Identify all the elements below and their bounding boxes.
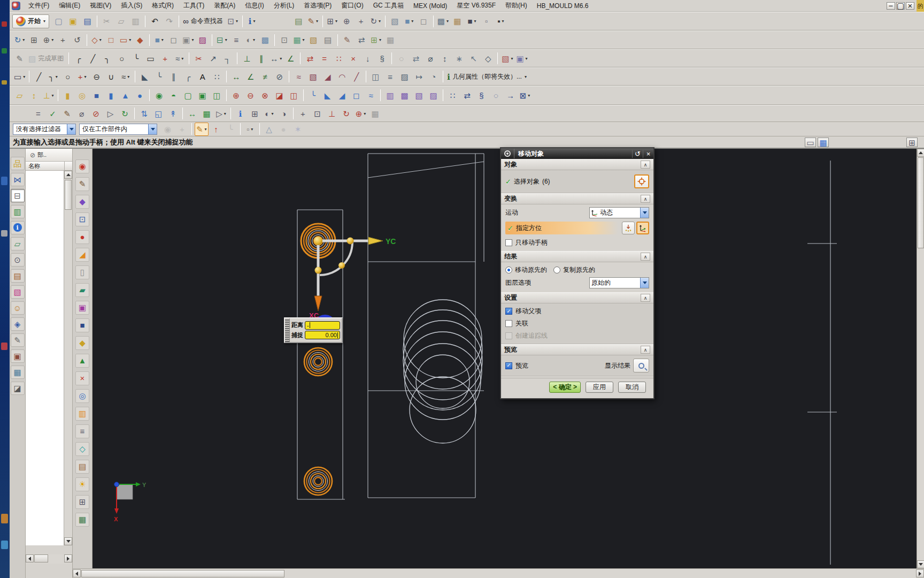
web-browser-tab[interactable]: ℹ	[11, 221, 25, 234]
dropdown-arrow-icon[interactable]	[640, 208, 649, 218]
origin-handle-ball[interactable]	[314, 237, 322, 245]
side-cone-button[interactable]: ▲	[75, 354, 89, 368]
part-navigator-vscrollbar[interactable]	[64, 171, 72, 545]
menu-file[interactable]: 文件(F)	[24, 0, 54, 11]
radius-check-button[interactable]: ◠	[335, 70, 349, 83]
front-view-button[interactable]: □	[104, 33, 118, 47]
constraints-button[interactable]: ⊥	[240, 52, 253, 65]
block-button[interactable]: ■	[90, 89, 103, 102]
layer-option-dropdown[interactable]: 原始的	[589, 277, 649, 288]
pad-button[interactable]: ▣	[196, 89, 209, 102]
snapshot-button[interactable]: ⊡	[278, 33, 291, 47]
thread-button[interactable]: ≈	[364, 89, 378, 102]
pan-view-button[interactable]: +	[56, 33, 70, 47]
close-button[interactable]: ×	[643, 150, 653, 158]
open-file-button[interactable]: ▣	[66, 14, 80, 28]
orange-coil-middle[interactable]	[304, 348, 332, 376]
move-face-button[interactable]: →	[504, 89, 517, 102]
show-constraints-button[interactable]: ∠	[284, 52, 297, 65]
zoom-button[interactable]: ⊕	[340, 14, 353, 28]
reattach-button[interactable]: ↖	[467, 52, 480, 65]
class-selection-button[interactable]: ⊞	[248, 107, 261, 120]
distance-meter-button[interactable]: ↦	[412, 70, 426, 83]
render-style-button[interactable]: ▩▾	[436, 14, 450, 28]
shell-button[interactable]: ◻	[350, 89, 363, 102]
side-close-button[interactable]: ×	[75, 371, 89, 385]
annotate-button[interactable]: ✎▾	[306, 14, 320, 28]
display-object-button[interactable]: ▧▾	[500, 52, 514, 65]
part-navigator-tab[interactable]: ⊟	[11, 189, 25, 202]
menu-assemblies[interactable]: 装配(A)	[209, 0, 240, 11]
save-button[interactable]: ▤	[81, 14, 94, 28]
top-view-button[interactable]: ▭▾	[119, 33, 132, 47]
draft-analysis-button[interactable]: ◢	[321, 70, 334, 83]
window-box-button[interactable]: ■▾	[465, 14, 479, 28]
patch-button[interactable]: ▧	[412, 89, 426, 102]
extract-body-button[interactable]: ◱	[152, 107, 165, 120]
view-restore-button[interactable]: ▭	[805, 138, 816, 147]
side-diamond-button[interactable]: ◇	[75, 442, 89, 456]
distance-input[interactable]: -	[305, 321, 340, 330]
perspective-toggle-button[interactable]: ▧	[307, 33, 320, 47]
close-button[interactable]: ×	[906, 2, 914, 10]
point-dialog-button[interactable]	[622, 222, 635, 234]
xc-handle-ball[interactable]	[315, 267, 322, 274]
face-curvature-button[interactable]: ▨	[398, 70, 411, 83]
column-splitter[interactable]	[65, 162, 72, 170]
alternate-solution-button[interactable]: ⇄	[409, 52, 422, 65]
menu-preferences[interactable]: 首选项(P)	[299, 0, 336, 11]
fit-view-button[interactable]: ⊞▾	[326, 14, 339, 28]
dropdown-arrow-icon[interactable]	[148, 124, 157, 134]
finish-sketch-button[interactable]: ▨完成草图	[27, 52, 66, 65]
dimensions-button[interactable]: ↔▾	[269, 52, 283, 65]
scroll-down-button[interactable]	[917, 560, 924, 568]
mirror-feature-button[interactable]: ⇄	[460, 89, 474, 102]
datum-axis-button[interactable]: ↕	[27, 89, 41, 102]
show-result-button[interactable]	[633, 359, 649, 372]
line-tool-button[interactable]: ╱	[32, 70, 45, 83]
auto-constrain-button[interactable]: ∥	[255, 52, 268, 65]
split-body-button[interactable]: ◫	[287, 89, 301, 102]
highlight-lines-button[interactable]: ≡	[383, 70, 397, 83]
menu-help[interactable]: 帮助(H)	[500, 0, 532, 11]
cylinder-button[interactable]: ▮	[104, 89, 118, 102]
snap-point-pair-button[interactable]: ◉	[161, 123, 174, 136]
side-cube-button[interactable]: ◆	[75, 195, 89, 209]
side-block-button[interactable]: ■	[75, 318, 89, 332]
selection-filter-dropdown[interactable]: 没有选择过滤器	[13, 124, 76, 135]
view-window-button[interactable]: ▦	[818, 138, 829, 147]
intersection-point-button[interactable]: ×	[346, 52, 360, 65]
background-button[interactable]: ▦	[451, 14, 464, 28]
pocket-button[interactable]: ▢	[181, 89, 195, 102]
mirror-curve-button[interactable]: ⇄	[303, 52, 317, 65]
shaded-button[interactable]: ■▾	[403, 14, 416, 28]
point-constructor-button[interactable]: ↑	[210, 123, 223, 136]
offset-curve-button[interactable]: =	[318, 52, 331, 65]
yc-handle-ball[interactable]	[347, 238, 354, 245]
studio-view-button[interactable]: ▣▾	[181, 33, 195, 47]
new-layer-button[interactable]: ⊞▾	[369, 33, 383, 47]
edit-feature-button[interactable]: ✎	[60, 107, 74, 120]
restore-button[interactable]: ▢	[896, 2, 905, 10]
side-layers-button[interactable]: ▦	[75, 513, 89, 527]
inferred-dimension-button[interactable]: ⌀	[424, 52, 437, 65]
command-finder-button[interactable]: ∞命令查找器	[182, 14, 225, 28]
information-button[interactable]: ℹ▾	[245, 14, 259, 28]
system-materials-tab[interactable]: ◈	[11, 317, 25, 331]
geometric-properties-expiring-button[interactable]: ℹ几何属性（即将失效）...▾	[446, 70, 528, 83]
pan-button[interactable]: +	[355, 14, 368, 28]
reflect-analysis-button[interactable]: ▧	[306, 70, 320, 83]
rotate-button[interactable]: ↻▾	[369, 14, 382, 28]
copy-button[interactable]: ▱	[114, 14, 128, 28]
sheet-operation-button[interactable]: ▤	[292, 14, 305, 28]
name-column-header[interactable]: 名称	[26, 162, 65, 170]
minimize-button[interactable]: −	[887, 2, 895, 10]
collapse-icon[interactable]: ∧	[641, 161, 650, 169]
measure-button[interactable]: ↔	[186, 107, 199, 120]
face-analysis-button[interactable]: ▨	[196, 33, 209, 47]
macro-button[interactable]: ▷▾	[214, 107, 228, 120]
wireframe-button[interactable]: ◻	[417, 14, 430, 28]
dropdown-arrow-icon[interactable]	[640, 278, 649, 288]
wave-linker-button[interactable]: ⇅	[137, 107, 151, 120]
side-sheet-button[interactable]: ▯	[75, 265, 89, 279]
